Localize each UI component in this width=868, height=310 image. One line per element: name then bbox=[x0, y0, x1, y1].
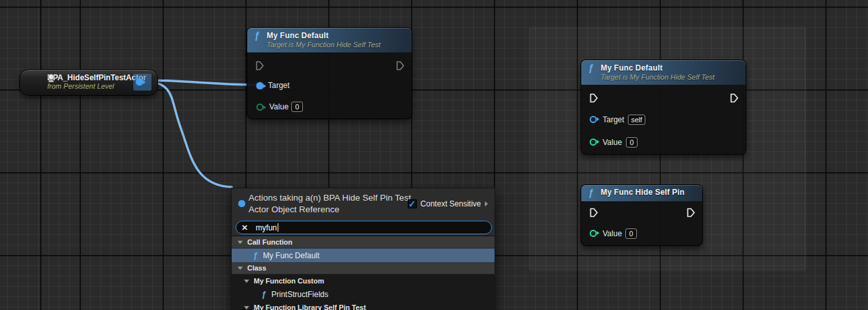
context-sensitive-checkbox[interactable]: ✓ bbox=[408, 199, 417, 208]
exec-output-pin[interactable] bbox=[396, 61, 405, 71]
actor-output-pin-highlight bbox=[133, 74, 151, 91]
target-pin-label: Target bbox=[268, 81, 289, 90]
action-list: Call Function ƒ My Func Default Class My… bbox=[232, 236, 495, 310]
wire-actor-to-target-pin[interactable] bbox=[145, 80, 257, 85]
category-label: Call Function bbox=[247, 238, 293, 246]
function-icon: ƒ bbox=[588, 188, 599, 198]
node-my-func-default-right[interactable]: ƒ My Func Default Target is My Function … bbox=[581, 60, 746, 155]
action-label: PrintStructFields bbox=[271, 290, 328, 299]
expander-down-icon[interactable] bbox=[244, 306, 249, 309]
subcategory-row-my-function-library-self-pin-test[interactable]: My Function Library Self Pin Test bbox=[232, 301, 495, 310]
expander-down-icon[interactable] bbox=[238, 241, 243, 244]
value-default-field[interactable]: 0 bbox=[291, 102, 303, 112]
target-default-field[interactable]: self bbox=[628, 115, 645, 125]
subcategory-row-my-function-custom[interactable]: My Function Custom bbox=[232, 274, 495, 287]
blueprint-action-menu[interactable]: Actions taking a(n) BPA Hide Self Pin Te… bbox=[231, 188, 495, 310]
node-header: ƒ My Func Hide Self Pin bbox=[581, 185, 702, 201]
subcategory-label: My Function Library Self Pin Test bbox=[254, 304, 366, 310]
node-subtitle: Target is My Function Hide Self Test bbox=[267, 41, 406, 49]
node-my-func-default-left[interactable]: ƒ My Func Default Target is My Function … bbox=[247, 27, 412, 119]
exec-output-pin[interactable] bbox=[730, 93, 739, 103]
action-menu-title: Actions taking a(n) BPA Hide Self Pin Te… bbox=[249, 192, 413, 216]
context-sensitive-label: Context Sensitive bbox=[421, 199, 481, 208]
node-title: My Func Default bbox=[267, 31, 406, 40]
value-input-pin[interactable] bbox=[590, 230, 597, 237]
value-default-field[interactable]: 0 bbox=[625, 228, 637, 239]
text-caret bbox=[278, 223, 278, 232]
action-row-printstructfields[interactable]: ƒ PrintStructFields bbox=[232, 287, 495, 301]
search-input[interactable]: ✕ myfun bbox=[236, 221, 492, 234]
wire-actor-to-context-menu[interactable] bbox=[145, 80, 232, 187]
action-label: My Func Default bbox=[263, 251, 319, 260]
action-row-my-func-default[interactable]: ƒ My Func Default bbox=[232, 249, 495, 262]
chevron-right-icon[interactable] bbox=[485, 201, 488, 206]
actor-icon bbox=[47, 74, 56, 83]
node-bpa-hide-self-pin-test-actor[interactable]: BPA_HideSelfPinTestActor from Persistent… bbox=[19, 69, 158, 96]
expander-down-icon[interactable] bbox=[238, 267, 243, 270]
clear-search-icon[interactable]: ✕ bbox=[241, 223, 248, 232]
category-label: Class bbox=[247, 264, 266, 272]
function-icon: ƒ bbox=[253, 250, 258, 260]
node-header: ƒ My Func Default Target is My Function … bbox=[581, 60, 746, 85]
exec-output-pin[interactable] bbox=[687, 208, 695, 217]
function-icon: ƒ bbox=[588, 63, 599, 73]
node-title: My Func Default bbox=[601, 63, 740, 72]
subcategory-label: My Function Custom bbox=[254, 277, 324, 285]
value-input-pin[interactable] bbox=[256, 104, 263, 111]
value-pin-label: Value bbox=[603, 229, 622, 238]
value-pin-label: Value bbox=[603, 138, 622, 147]
target-pin-label: Target bbox=[603, 115, 624, 124]
category-row-class[interactable]: Class bbox=[232, 262, 495, 274]
value-input-pin[interactable] bbox=[590, 138, 597, 146]
category-row-call-function[interactable]: Call Function bbox=[232, 236, 495, 249]
exec-input-pin[interactable] bbox=[256, 61, 264, 71]
target-input-pin[interactable] bbox=[256, 82, 263, 89]
blueprint-graph-canvas[interactable]: BPA_HideSelfPinTestActor from Persistent… bbox=[0, 0, 868, 310]
search-input-value: myfun bbox=[256, 223, 277, 232]
object-pin-bullet-icon bbox=[238, 200, 245, 207]
exec-input-pin[interactable] bbox=[590, 208, 598, 217]
node-my-func-hide-self-pin[interactable]: ƒ My Func Hide Self Pin Value 0 bbox=[581, 184, 703, 246]
node-title: My Func Hide Self Pin bbox=[601, 188, 697, 197]
node-subtitle: Target is My Function Hide Self Test bbox=[601, 73, 740, 81]
function-icon: ƒ bbox=[254, 30, 265, 41]
function-icon: ƒ bbox=[262, 289, 266, 299]
expander-down-icon[interactable] bbox=[244, 280, 249, 283]
target-input-pin[interactable] bbox=[590, 116, 597, 123]
value-default-field[interactable]: 0 bbox=[626, 137, 638, 148]
value-pin-label: Value bbox=[269, 102, 289, 111]
exec-input-pin[interactable] bbox=[590, 93, 598, 103]
checkmark-icon: ✓ bbox=[408, 199, 416, 209]
node-header: ƒ My Func Default Target is My Function … bbox=[247, 28, 412, 52]
actor-object-output-pin[interactable] bbox=[136, 78, 143, 85]
